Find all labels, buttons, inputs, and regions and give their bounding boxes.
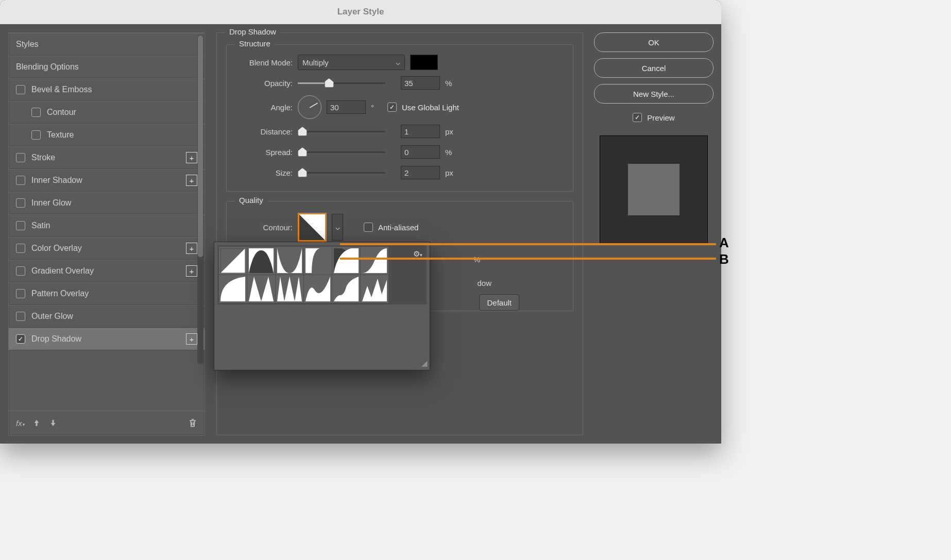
angle-unit: °: [371, 103, 382, 112]
sidebar-item-inner-shadow[interactable]: Inner Shadow +: [9, 169, 205, 192]
preview-checkbox[interactable]: [633, 113, 642, 122]
cancel-button[interactable]: Cancel: [594, 58, 714, 78]
button-label: New Style...: [633, 90, 674, 98]
preview-inner: [628, 164, 680, 215]
sidebar-item-stroke[interactable]: Stroke +: [9, 146, 205, 169]
size-input[interactable]: 2: [401, 166, 440, 179]
spread-unit: %: [445, 148, 456, 157]
sidebar-item-contour[interactable]: Contour: [9, 101, 205, 124]
sidebar-header-blending[interactable]: Blending Options: [9, 56, 205, 78]
sidebar-item-inner-glow[interactable]: Inner Glow: [9, 192, 205, 214]
resize-handle-icon[interactable]: ◢: [421, 359, 428, 368]
sidebar-header-styles[interactable]: Styles: [9, 33, 205, 56]
checkbox-icon[interactable]: ✓: [16, 334, 25, 344]
sidebar-scrollbar[interactable]: [197, 35, 203, 364]
checkbox-icon[interactable]: [16, 312, 25, 321]
sidebar-item-label: Bevel & Emboss: [31, 85, 197, 94]
blend-mode-select[interactable]: Multiply ⌵: [298, 55, 405, 70]
contour-preset-ring-double[interactable]: [276, 275, 303, 303]
use-global-light-label: Use Global Light: [402, 103, 459, 112]
opacity-input[interactable]: 35: [401, 76, 440, 90]
sidebar-header-label: Styles: [16, 40, 197, 49]
titlebar: Layer Style: [0, 0, 721, 24]
ok-button[interactable]: OK: [594, 32, 714, 52]
plus-icon[interactable]: +: [186, 152, 197, 163]
fx-icon[interactable]: fx▾: [16, 419, 25, 428]
checkbox-icon[interactable]: [16, 176, 25, 185]
contour-preset-rounded-steps[interactable]: [332, 275, 360, 303]
sidebar-item-pattern-overlay[interactable]: Pattern Overlay: [9, 282, 205, 305]
contour-thumbnail[interactable]: [298, 213, 327, 242]
use-global-light-checkbox[interactable]: [387, 103, 397, 112]
checkbox-icon[interactable]: [16, 198, 25, 208]
chevron-down-icon: ⌵: [335, 223, 340, 232]
contour-preset-half-round[interactable]: [219, 275, 247, 303]
distance-label: Distance:: [236, 127, 293, 136]
contour-preset-rolling-slope[interactable]: [304, 275, 332, 303]
trash-icon[interactable]: [188, 418, 197, 428]
contour-dropdown-button[interactable]: ⌵: [332, 214, 343, 241]
plus-icon[interactable]: +: [186, 333, 197, 345]
structure-group: Structure Blend Mode: Multiply ⌵ Opacity…: [226, 44, 573, 192]
checkbox-icon[interactable]: [16, 244, 25, 253]
shadow-color-swatch[interactable]: [410, 55, 438, 70]
layer-style-window: Layer Style Styles Blending Options Beve…: [0, 0, 721, 443]
arrow-down-icon[interactable]: [48, 418, 58, 428]
checkbox-icon[interactable]: [16, 85, 25, 94]
opacity-slider[interactable]: [298, 78, 385, 88]
arrow-up-icon[interactable]: [32, 418, 41, 428]
preview-label: Preview: [647, 113, 674, 122]
checkbox-icon[interactable]: [16, 266, 25, 276]
preview-thumbnail: [600, 135, 708, 244]
checkbox-icon[interactable]: [16, 289, 25, 298]
sidebar-item-bevel-emboss[interactable]: Bevel & Emboss: [9, 78, 205, 101]
contour-preset-cove-shallow[interactable]: [332, 247, 360, 275]
contour-preset-cone-inverted[interactable]: [276, 247, 303, 275]
checkbox-icon[interactable]: [31, 108, 41, 117]
sidebar-item-label: Color Overlay: [31, 244, 180, 253]
sidebar-item-texture[interactable]: Texture: [9, 124, 205, 146]
spread-slider[interactable]: [298, 147, 385, 157]
quality-group: Quality Contour: ⌵ Anti-aliased: [226, 201, 573, 311]
sidebar-item-label: Stroke: [31, 153, 180, 162]
sidebar-item-outer-glow[interactable]: Outer Glow: [9, 305, 205, 328]
sidebar-item-label: Texture: [47, 130, 197, 140]
sidebar-item-label: Drop Shadow: [31, 334, 180, 344]
checkbox-icon[interactable]: [31, 130, 41, 140]
spread-input[interactable]: 0: [401, 145, 440, 159]
plus-icon[interactable]: +: [186, 175, 197, 186]
new-style-button[interactable]: New Style...: [594, 84, 714, 104]
distance-input[interactable]: 1: [401, 125, 440, 138]
size-label: Size:: [236, 168, 293, 177]
styles-sidebar: Styles Blending Options Bevel & Emboss C…: [8, 32, 205, 435]
sidebar-item-gradient-overlay[interactable]: Gradient Overlay +: [9, 260, 205, 282]
plus-icon[interactable]: +: [186, 243, 197, 254]
window-title: Layer Style: [337, 7, 384, 17]
plus-icon[interactable]: +: [186, 265, 197, 277]
angle-dial[interactable]: [298, 95, 321, 119]
reset-default-button[interactable]: Default: [479, 294, 519, 311]
anti-aliased-checkbox[interactable]: [364, 223, 373, 232]
group-title: Quality: [235, 196, 267, 205]
contour-preset-cove-deep[interactable]: [304, 247, 332, 275]
opacity-label: Opacity:: [236, 79, 293, 88]
sidebar-item-label: Pattern Overlay: [31, 289, 197, 298]
sidebar-item-color-overlay[interactable]: Color Overlay +: [9, 237, 205, 260]
contour-preset-gaussian[interactable]: [361, 247, 388, 275]
contour-preset-linear[interactable]: [219, 247, 247, 275]
distance-slider[interactable]: [298, 126, 385, 137]
sidebar-item-label: Contour: [47, 108, 197, 117]
button-label: Default: [487, 298, 512, 307]
contour-preset-sawtooth[interactable]: [361, 275, 388, 303]
size-slider[interactable]: [298, 167, 385, 178]
contour-preset-cone[interactable]: [247, 247, 275, 275]
anti-aliased-label: Anti-aliased: [378, 223, 418, 232]
checkbox-icon[interactable]: [16, 153, 25, 162]
sidebar-item-drop-shadow[interactable]: ✓ Drop Shadow +: [9, 328, 205, 350]
checkbox-icon[interactable]: [16, 221, 25, 230]
sidebar-item-satin[interactable]: Satin: [9, 214, 205, 237]
angle-input[interactable]: 30: [327, 100, 366, 114]
contour-preset-popover: ⚙▾ ◢: [214, 242, 430, 370]
scrollbar-thumb[interactable]: [198, 36, 203, 257]
contour-preset-ring[interactable]: [247, 275, 275, 303]
